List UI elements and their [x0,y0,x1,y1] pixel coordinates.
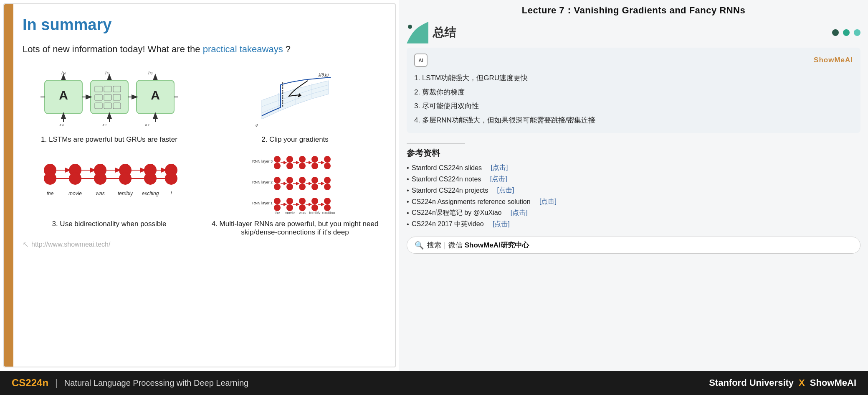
svg-point-84 [311,183,318,190]
slide-url: ↖ http://www.showmeai.tech/ [23,240,382,249]
svg-point-95 [286,156,293,163]
svg-text:x₂: x₂ [144,122,149,127]
svg-point-85 [311,177,318,183]
svg-text:x₁: x₁ [102,122,106,127]
ref-item-4: CS224n Assignments reference solution [点… [407,196,860,207]
panel-header-left: 总结 [407,22,456,43]
svg-point-98 [311,163,318,169]
ref-link-3[interactable]: [点击] [497,186,514,195]
slide-content: In summary Lots of new information today… [4,4,395,367]
ref-text-2: Stanford CS224n notes [412,176,481,183]
svg-text:the: the [46,191,53,196]
svg-point-69 [299,198,306,204]
svg-point-66 [286,204,293,211]
slide-subtitle: Lots of new information today! What are … [23,43,382,56]
gradient-diagram-container: J(θ,b) θ [208,66,382,133]
svg-point-65 [274,198,281,204]
multilayer-diagram-container: RNN layer 3 RNN layer 2 RNN layer 1 [208,150,382,217]
svg-point-100 [324,163,331,169]
ref-text-1: Stanford CS224n slides [412,164,482,172]
lstm-svg: h₀ h₁ h₂ x₀ x₁ x₂ A [40,69,178,130]
svg-point-44 [165,173,177,184]
svg-text:terribly: terribly [117,191,133,196]
svg-point-78 [274,183,281,190]
svg-text:exciting: exciting [322,211,335,214]
ref-link-5[interactable]: [点击] [511,209,528,217]
svg-text:J(θ,b): J(θ,b) [318,73,329,77]
svg-point-80 [286,183,293,190]
summary-item-4: 4. 多层RNN功能强大，但如果很深可能需要跳接/密集连接 [414,113,853,127]
search-text: 搜索｜微信 ShowMeAI研究中心 [427,240,529,250]
svg-point-81 [286,177,293,183]
lstm-diagram-container: h₀ h₁ h₂ x₀ x₁ x₂ A [23,66,196,133]
slide-item-2: J(θ,b) θ 2. Clip your gradients [208,66,382,144]
bottom-right: Stanford University X ShowMeAI [709,377,856,388]
ref-text-3: Stanford CS224n projects [412,187,488,194]
slide-caption-2: 2. Clip your gradients [261,135,329,144]
subtitle-suffix: ? [286,44,291,54]
dot-1 [832,29,839,36]
dot-3 [854,29,860,36]
summary-item-1: 1. LSTM功能强大，但GRU速度更快 [414,71,853,85]
panel-dots [832,29,860,36]
subtitle-highlight: practical takeaways [203,44,283,54]
svg-text:A: A [59,88,68,102]
svg-point-73 [324,198,331,204]
search-bar[interactable]: 🔍 搜索｜微信 ShowMeAI研究中心 [407,237,860,254]
svg-text:RNN layer 1: RNN layer 1 [252,201,273,205]
svg-point-101 [324,156,331,163]
summary-item-2: 2. 剪裁你的梯度 [414,85,853,99]
references-title: 参考资料 [407,148,860,159]
svg-text:the: the [274,211,280,214]
ref-link-1[interactable]: [点击] [491,163,508,172]
references-list: Stanford CS224n slides [点击] Stanford CS2… [407,162,860,230]
ref-link-4[interactable]: [点击] [539,197,557,206]
svg-point-40 [119,173,131,184]
bottom-left: CS224n | Natural Language Processing wit… [12,377,248,389]
ref-item-3: Stanford CS224n projects [点击] [407,185,860,196]
slide-title: In summary [23,16,382,34]
svg-point-79 [274,177,281,183]
svg-point-99 [311,156,318,163]
svg-point-87 [324,177,331,183]
svg-text:h₁: h₁ [105,70,109,75]
ai-badge-text: AI [419,58,423,63]
summary-list: 1. LSTM功能强大，但GRU速度更快 2. 剪裁你的梯度 3. 尽可能使用双… [414,71,853,127]
ref-text-4: CS224n Assignments reference solution [412,198,531,206]
svg-text:terribly: terribly [309,211,321,214]
main-content: In summary Lots of new information today… [0,0,868,371]
svg-point-83 [299,177,306,183]
svg-point-70 [311,204,318,211]
svg-point-92 [274,163,281,169]
svg-text:!: ! [170,191,172,196]
svg-point-36 [69,173,81,184]
ai-badge: AI [414,54,428,67]
cs224n-label: CS224n [12,377,48,389]
svg-text:movie: movie [284,211,294,214]
svg-point-86 [324,183,331,190]
svg-text:was: was [298,211,306,214]
ref-item-6: CS224n 2017 中英video [点击] [407,219,860,230]
url-text: http://www.showmeai.tech/ [31,241,110,248]
svg-point-111 [408,25,412,29]
subtitle-prefix: Lots of new information today! What are … [23,44,203,54]
search-icon: 🔍 [415,241,424,250]
bidir-diagram-container: the movie was terribly exciting ! [23,150,196,217]
panel-heading: 总结 [433,25,456,41]
svg-text:RNN layer 3: RNN layer 3 [252,159,273,163]
panel-wave-icon [407,22,428,43]
svg-point-68 [299,204,306,211]
search-brand: ShowMeAI研究中心 [465,241,529,249]
ref-link-6[interactable]: [点击] [493,220,510,229]
ref-link-2[interactable]: [点击] [490,175,507,183]
ref-text-5: CS224n课程笔记 by @XuXiao [412,209,501,217]
svg-text:movie: movie [68,191,81,196]
slide-caption-4: 4. Multi-layer RNNs are powerful, but yo… [208,220,382,237]
right-panel: Lecture 7：Vanishing Gradients and Fancy … [399,0,868,371]
summary-card: AI ShowMeAI 1. LSTM功能强大，但GRU速度更快 2. 剪裁你的… [407,48,860,133]
svg-point-96 [299,163,306,169]
bottom-desc: Natural Language Processing with Deep Le… [64,378,248,388]
x-separator: X [799,377,805,388]
summary-item-3: 3. 尽可能使用双向性 [414,99,853,113]
svg-text:x₀: x₀ [59,122,64,127]
